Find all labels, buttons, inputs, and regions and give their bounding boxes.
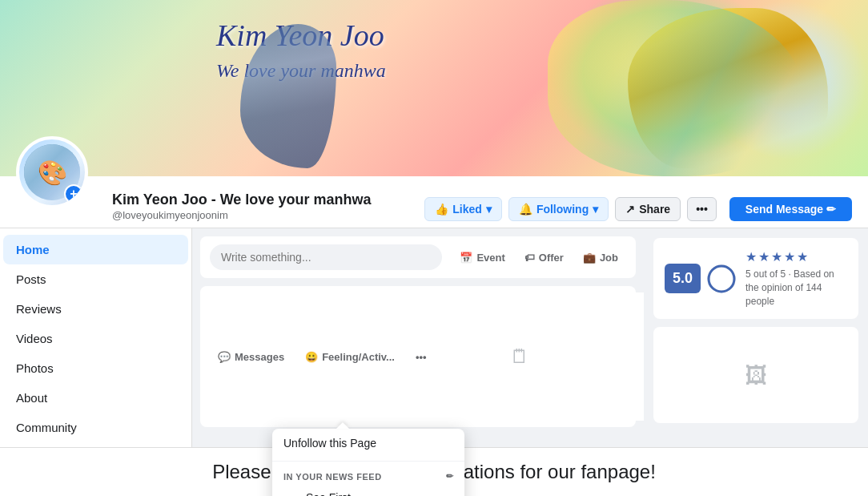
following-button[interactable]: 🔔 Following ▾ (508, 197, 609, 221)
post-input[interactable] (210, 244, 442, 270)
rating-ring (707, 264, 736, 293)
more-icon: ••• (696, 203, 708, 216)
sidebar-item-community[interactable]: Community (3, 413, 188, 442)
messages-icon: 💬 (218, 351, 231, 363)
share-button[interactable]: ↗ Share (615, 197, 681, 221)
event-button[interactable]: 📅 Event (452, 247, 512, 268)
more-actions-button[interactable]: ••• (408, 346, 435, 368)
liked-button[interactable]: 👍 Liked ▾ (424, 197, 502, 221)
sidebar-community-label: Community (16, 421, 77, 434)
rating-stars: ★ ★ ★ ★ ★ (745, 249, 847, 264)
feeling-button[interactable]: 😀 Feeling/Activ... (297, 346, 403, 368)
divider-1 (272, 461, 464, 462)
sidebar-videos-label: Videos (16, 332, 53, 345)
sidebar-item-home[interactable]: Home (3, 235, 188, 264)
messages-button[interactable]: 💬 Messages (210, 346, 292, 368)
job-label: Job (600, 252, 618, 264)
post-card-1: 🗒 (440, 292, 600, 421)
rating-card: 5.0 ★ ★ ★ ★ ★ 5 out of 5 · Based on (653, 238, 858, 319)
following-dropdown: Unfollow this Page IN YOUR NEWS FEED ✏ S… (272, 429, 464, 496)
event-icon: 📅 (460, 252, 472, 264)
profile-actions: 👍 Liked ▾ 🔔 Following ▾ ↗ Share ••• (424, 197, 717, 228)
send-message-label: Send Message (745, 203, 823, 216)
sidebar-item-reviews[interactable]: Reviews (3, 294, 188, 324)
job-icon: 💼 (583, 252, 596, 264)
more-button[interactable]: ••• (687, 197, 717, 221)
star-1: ★ (745, 249, 757, 264)
event-label: Event (476, 252, 504, 264)
avatar-add-icon[interactable]: + (64, 184, 83, 204)
news-feed-edit-icon[interactable]: ✏ (446, 471, 454, 482)
page-name: Kim Yeon Joo - We love your manhwa (112, 192, 371, 209)
star-5: ★ (797, 249, 808, 264)
avatar: 🎨 + (16, 136, 88, 208)
share-icon: ↗ (625, 203, 635, 216)
sidebar-home-label: Home (16, 243, 50, 256)
sidebar-posts-label: Posts (16, 272, 46, 286)
sidebar-photos-label: Photos (16, 361, 54, 375)
more-actions-icon: ••• (416, 351, 427, 363)
rating-info: ★ ★ ★ ★ ★ 5 out of 5 · Based on the opin… (745, 249, 847, 308)
sidebar-item-posts[interactable]: Posts (3, 264, 188, 294)
message-action: Send Message ✏ (729, 197, 852, 228)
feeling-icon: 😀 (305, 351, 318, 363)
job-button[interactable]: 💼 Job (575, 247, 626, 268)
sidebar-about-label: About (16, 391, 47, 405)
star-4: ★ (784, 249, 795, 264)
offer-icon: 🏷 (524, 252, 535, 264)
cover-photo: Kim Yeon Joo We love your manhwa (0, 0, 868, 176)
following-bell-icon: 🔔 (519, 203, 532, 216)
svg-point-1 (709, 266, 734, 292)
star-2: ★ (758, 249, 770, 264)
sidebar-item-about[interactable]: About (3, 383, 188, 413)
liked-icon: 👍 (435, 203, 448, 216)
dropdown-unfollow-page[interactable]: Unfollow this Page (272, 429, 464, 458)
following-chevron: ▾ (593, 203, 598, 216)
send-message-button[interactable]: Send Message ✏ (729, 197, 852, 221)
sidebar-item-videos[interactable]: Videos (3, 324, 188, 353)
offer-button[interactable]: 🏷 Offer (516, 247, 572, 268)
profile-section: 🎨 + Kim Yeon Joo - We love your manhwa @… (0, 176, 868, 228)
liked-chevron: ▾ (486, 203, 492, 216)
rating-text: 5 out of 5 · Based on the opinion of 144… (745, 268, 847, 308)
star-3: ★ (771, 249, 782, 264)
feeling-label: Feeling/Activ... (322, 351, 395, 363)
rating-score: 5.0 (665, 264, 701, 293)
post-card-1-icon: 🗒 (510, 345, 529, 368)
following-label: Following (536, 203, 589, 216)
messages-label: Messages (235, 351, 284, 363)
dropdown-card: Unfollow this Page IN YOUR NEWS FEED ✏ S… (272, 429, 464, 496)
share-label: Share (639, 203, 670, 216)
liked-label: Liked (452, 203, 482, 216)
post-action-bar: 📅 Event 🏷 Offer 💼 Job (200, 236, 636, 278)
page-handle: @loveyoukimyeonjoonim (112, 209, 371, 221)
news-feed-section-header: IN YOUR NEWS FEED ✏ (272, 465, 464, 485)
post-card-2: ↖ (606, 292, 644, 421)
media-placeholder: 🖼 (653, 327, 858, 423)
news-feed-label: IN YOUR NEWS FEED (283, 472, 382, 482)
second-action-bar: 💬 Messages 😀 Feeling/Activ... ••• 🗒 ↖ (200, 286, 636, 427)
sidebar-item-photos[interactable]: Photos (3, 353, 188, 383)
dropdown-see-first[interactable]: See First (272, 485, 464, 496)
sidebar-reviews-label: Reviews (16, 302, 62, 316)
message-icon: ✏ (826, 203, 836, 216)
profile-info: Kim Yeon Joo - We love your manhwa @love… (112, 192, 371, 228)
media-icon: 🖼 (745, 362, 767, 389)
see-first-label: See First (306, 491, 351, 496)
post-cards: 🗒 ↖ (440, 292, 644, 421)
offer-label: Offer (539, 252, 564, 264)
cover-title-joo: Joo (340, 18, 384, 52)
